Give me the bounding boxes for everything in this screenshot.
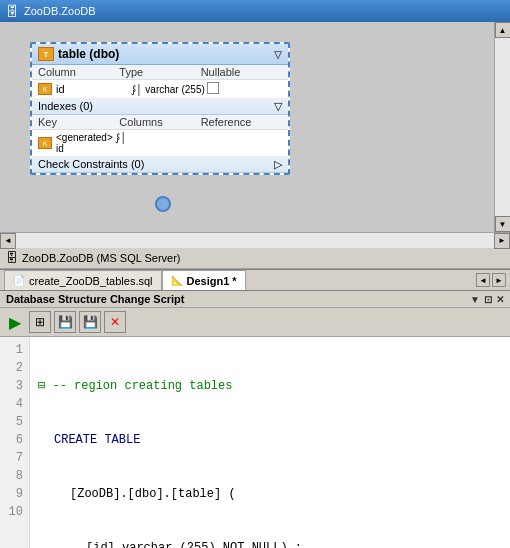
scroll-track-h bbox=[16, 233, 494, 248]
connector-circle bbox=[155, 196, 171, 212]
scroll-track-v bbox=[495, 38, 510, 216]
idx-col-reference: Reference bbox=[201, 116, 282, 128]
column-headers: Column Type Nullable bbox=[32, 65, 288, 80]
title-bar-text: ZooDB.ZooDB bbox=[24, 5, 96, 17]
scroll-right-btn[interactable]: ► bbox=[494, 233, 510, 249]
idx-key: <generated> ⨓│ id bbox=[56, 132, 131, 154]
col-type: ⨓│ varchar (255) bbox=[131, 84, 206, 95]
line-num-9: 9 bbox=[6, 485, 23, 503]
save-btn[interactable]: 💾 bbox=[54, 311, 76, 333]
line-num-1: 1 bbox=[6, 341, 23, 359]
code-text-2: CREATE TABLE bbox=[54, 433, 140, 447]
col-nullable bbox=[207, 82, 282, 96]
code-text-1: -- region creating tables bbox=[52, 379, 232, 393]
table-icon: T bbox=[38, 47, 54, 61]
horizontal-scrollbar[interactable]: ◄ ► bbox=[0, 232, 510, 248]
line-num-4: 4 bbox=[6, 395, 23, 413]
file-tabs-bar: 📄 create_ZooDB_tables.sql 📐 Design1 * ◄ … bbox=[0, 269, 510, 291]
table-diagram: T table (dbo) ▽ Column Type Nullable K i… bbox=[30, 42, 290, 175]
col-header-type: Type bbox=[119, 66, 200, 78]
check-constraints-label: Check Constraints (0) bbox=[38, 158, 144, 171]
title-bar-icon: 🗄 bbox=[6, 4, 19, 19]
code-text-4: [id] varchar (255) NOT NULL) ; bbox=[86, 541, 302, 548]
script-float-btn[interactable]: ⊡ bbox=[484, 294, 492, 305]
vertical-scrollbar[interactable]: ▲ ▼ bbox=[494, 22, 510, 232]
tab-prev-btn[interactable]: ◄ bbox=[476, 273, 490, 287]
col-name: id bbox=[56, 83, 131, 95]
index-icon: K bbox=[38, 137, 52, 149]
code-line-1: ⊟ -- region creating tables bbox=[38, 377, 502, 395]
line-numbers: 1 2 3 4 5 6 7 8 9 10 bbox=[0, 337, 30, 548]
code-line-4: [id] varchar (255) NOT NULL) ; bbox=[38, 539, 502, 548]
col-header-nullable: Nullable bbox=[201, 66, 282, 78]
indexes-label: Indexes (0) bbox=[38, 100, 93, 113]
table-name: table (dbo) bbox=[58, 47, 119, 61]
db-info-text: ZooDB.ZooDB (MS SQL Server) bbox=[22, 252, 181, 264]
check-constraints-header: Check Constraints (0) ▷ bbox=[32, 157, 288, 173]
line-num-2: 2 bbox=[6, 359, 23, 377]
code-collapse-1[interactable]: ⊟ bbox=[38, 379, 52, 393]
tab-create-zoodb[interactable]: 📄 create_ZooDB_tables.sql bbox=[4, 270, 162, 290]
line-num-6: 6 bbox=[6, 431, 23, 449]
code-line-2: CREATE TABLE bbox=[38, 431, 502, 449]
script-close-btn[interactable]: ✕ bbox=[496, 294, 504, 305]
tab-label-create: create_ZooDB_tables.sql bbox=[29, 275, 153, 287]
code-line-3: [ZooDB].[dbo].[table] ( bbox=[38, 485, 502, 503]
indexes-section-header: Indexes (0) ▽ bbox=[32, 99, 288, 115]
stop-btn[interactable]: ✕ bbox=[104, 311, 126, 333]
line-num-7: 7 bbox=[6, 449, 23, 467]
idx-col-columns: Columns bbox=[119, 116, 200, 128]
key-icon: K bbox=[38, 83, 52, 95]
code-area: 1 2 3 4 5 6 7 8 9 10 ⊟ -- region creatin… bbox=[0, 337, 510, 548]
table-header: T table (dbo) ▽ bbox=[32, 44, 288, 65]
table-row[interactable]: K id ⨓│ varchar (255) bbox=[32, 80, 288, 99]
check-constraints-dropdown[interactable]: ▷ bbox=[274, 158, 282, 171]
code-text-3: [ZooDB].[dbo].[table] ( bbox=[70, 487, 236, 501]
line-num-10: 10 bbox=[6, 503, 23, 521]
tab-navigation: ◄ ► bbox=[476, 273, 506, 287]
line-num-8: 8 bbox=[6, 467, 23, 485]
indexes-dropdown[interactable]: ▽ bbox=[274, 100, 282, 113]
scroll-up-btn[interactable]: ▲ bbox=[495, 22, 511, 38]
idx-col-key: Key bbox=[38, 116, 119, 128]
tab-label-design: Design1 * bbox=[187, 275, 237, 287]
diagram-area: T table (dbo) ▽ Column Type Nullable K i… bbox=[0, 22, 510, 232]
tab-design1[interactable]: 📐 Design1 * bbox=[162, 270, 246, 290]
code-content[interactable]: ⊟ -- region creating tables CREATE TABLE… bbox=[30, 337, 510, 548]
grid-btn[interactable]: ⊞ bbox=[29, 311, 51, 333]
save-as-btn[interactable]: 💾 bbox=[79, 311, 101, 333]
table-dropdown-btn[interactable]: ▽ bbox=[274, 49, 282, 60]
tab-icon-design: 📐 bbox=[171, 275, 183, 286]
line-num-3: 3 bbox=[6, 377, 23, 395]
run-btn[interactable]: ▶ bbox=[4, 311, 26, 333]
col-header-column: Column bbox=[38, 66, 119, 78]
canvas: T table (dbo) ▽ Column Type Nullable K i… bbox=[0, 22, 494, 232]
db-icon: 🗄 bbox=[6, 251, 18, 265]
index-row[interactable]: K <generated> ⨓│ id bbox=[32, 130, 288, 157]
script-pin-btn[interactable]: ▼ bbox=[470, 294, 480, 305]
index-col-headers: Key Columns Reference bbox=[32, 115, 288, 130]
title-bar: 🗄 ZooDB.ZooDB bbox=[0, 0, 510, 22]
code-toolbar: ▶ ⊞ 💾 💾 ✕ bbox=[0, 308, 510, 337]
line-num-5: 5 bbox=[6, 413, 23, 431]
info-bar: 🗄 ZooDB.ZooDB (MS SQL Server) bbox=[0, 248, 510, 269]
tab-next-btn[interactable]: ► bbox=[492, 273, 506, 287]
nullable-checkbox[interactable] bbox=[207, 82, 219, 94]
script-title: Database Structure Change Script bbox=[6, 293, 185, 305]
scroll-left-btn[interactable]: ◄ bbox=[0, 233, 16, 249]
script-header: Database Structure Change Script ▼ ⊡ ✕ bbox=[0, 291, 510, 308]
scroll-down-btn[interactable]: ▼ bbox=[495, 216, 511, 232]
tab-icon-create: 📄 bbox=[13, 275, 25, 286]
